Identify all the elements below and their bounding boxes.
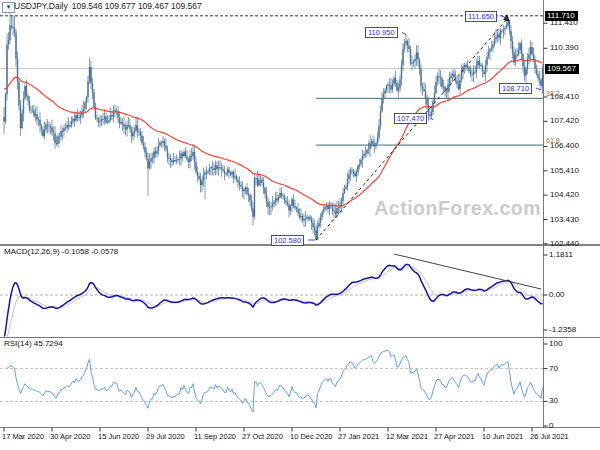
chevron-down-icon: ▼ <box>6 4 12 10</box>
macd-axis-label: -1.2358 <box>549 326 576 334</box>
rsi-axis-label: 0 <box>549 422 553 430</box>
time-axis-label: 30 Apr 2020 <box>50 433 90 441</box>
rsi-panel[interactable] <box>0 351 543 413</box>
time-axis-label: 10 Dec 2020 <box>290 433 333 441</box>
fib-level-label: 38.2 <box>546 90 560 97</box>
price-callout-label[interactable]: 107.470 <box>394 113 427 124</box>
ohlc-readout: 109.546 109.677 109.467 109.567 <box>72 1 202 11</box>
price-callout-label[interactable]: 102.580 <box>271 235 304 246</box>
watermark: ActionForex.com <box>374 199 541 219</box>
fib-level-label: 61.8 <box>546 137 560 144</box>
price-chart-canvas[interactable] <box>0 0 600 450</box>
rsi-axis-label: 100 <box>549 340 562 348</box>
price-axis-label: 104.420 <box>550 191 579 199</box>
macd-panel[interactable] <box>0 254 543 345</box>
time-axis-label: 17 Mar 2020 <box>2 433 44 441</box>
time-axis-label: 26 Jul 2021 <box>530 433 569 441</box>
chart-title-bar: USDJPY,Daily109.546 109.677 109.467 109.… <box>14 2 206 11</box>
time-axis-label: 15 Jun 2020 <box>98 433 139 441</box>
price-axis-label: 103.430 <box>550 216 579 224</box>
symbol-period-label: USDJPY,Daily <box>14 1 68 11</box>
price-tag: 109.567 <box>545 64 579 74</box>
macd-axis-label: 1.1811 <box>549 251 573 259</box>
price-callout-label[interactable]: 108.710 <box>499 83 532 94</box>
time-axis-label: 11 Sep 2020 <box>194 433 236 441</box>
price-axis-label: 102.440 <box>550 240 579 248</box>
rsi-axis-label: 70 <box>549 365 558 373</box>
time-axis-label: 12 Mar 2021 <box>386 433 428 441</box>
macd-main-line <box>4 264 543 339</box>
time-axis-label: 29 Jul 2020 <box>146 433 185 441</box>
time-axis-label: 10 Jun 2021 <box>482 433 523 441</box>
price-axis-label: 107.420 <box>550 117 579 125</box>
rsi-indicator-label: RSI(14) 45.7294 <box>4 340 63 348</box>
time-axis-label: 27 Oct 2020 <box>242 433 283 441</box>
macd-indicator-label: MACD(12,26,9) -0.1058 -0.0578 <box>4 248 118 256</box>
price-callout-label[interactable]: 110.950 <box>365 27 398 38</box>
rsi-line <box>7 351 543 413</box>
macd-axis-label: 0.00 <box>549 291 565 299</box>
price-callout-label[interactable]: 111.650 <box>465 11 497 22</box>
time-axis-label: 27 Apr 2021 <box>434 433 474 441</box>
price-axis-label: 105.410 <box>550 167 579 175</box>
macd-signal-line <box>4 266 543 344</box>
time-axis-label: 27 Jan 2021 <box>338 433 379 441</box>
macd-trendline[interactable] <box>394 254 541 289</box>
price-tag: 111.710 <box>545 11 578 21</box>
price-axis-label: 110.390 <box>550 44 578 52</box>
rsi-axis-label: 30 <box>549 397 558 405</box>
trading-chart-window: ▼ USDJPY,Daily109.546 109.677 109.467 10… <box>0 0 600 450</box>
